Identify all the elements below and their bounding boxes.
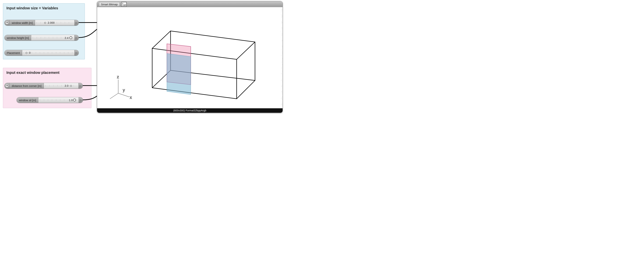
axis-gizmo: z y x [110, 75, 132, 100]
image-icon [121, 2, 127, 6]
svg-marker-4 [167, 53, 191, 95]
svg-line-2 [110, 93, 118, 99]
viewer-titlebar[interactable]: Smart Bitmap [97, 1, 282, 7]
viewer-title: Smart Bitmap [99, 2, 120, 6]
svg-line-1 [118, 93, 129, 97]
axis-x-label: x [130, 95, 132, 100]
wires [0, 0, 103, 116]
bitmap-viewer: Smart Bitmap z y x [97, 1, 283, 113]
viewer-statusbar: (600x300) Format32bppArgb [97, 108, 282, 113]
viewer-status-text: (600x300) Format32bppArgb [173, 109, 206, 112]
viewer-viewport[interactable]: z y x [97, 7, 282, 108]
window-plane-actual [167, 53, 191, 95]
axis-z-label: z [117, 75, 119, 79]
scene-3d: z y x [97, 7, 282, 108]
axis-y-label: y [123, 88, 125, 92]
